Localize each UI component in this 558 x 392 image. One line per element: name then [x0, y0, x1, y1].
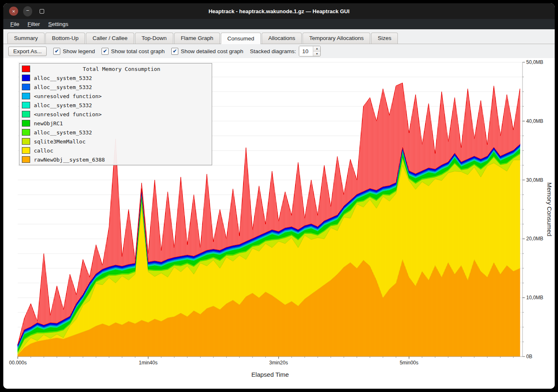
window-controls: × − [9, 6, 46, 16]
x-tick-label: 00.000s [9, 360, 27, 366]
legend-swatch [22, 75, 30, 81]
legend-label: alloc__system_5332 [34, 84, 92, 90]
close-icon[interactable]: × [9, 7, 18, 16]
x-tick-label: 1min40s [139, 360, 157, 366]
legend-label: rawNewObj__system_6388 [34, 157, 105, 163]
x-axis-title: Elapsed Time [251, 371, 289, 378]
legend-label: newObjRC1 [34, 120, 63, 127]
spin-up-icon[interactable]: ▲ [313, 46, 320, 51]
legend-label: alloc__system_5332 [34, 102, 92, 108]
show-legend-label: Show legend [63, 48, 95, 54]
show-detailed-cost-label: Show detailed cost graph [181, 48, 244, 54]
menu-file[interactable]: File [7, 20, 23, 28]
x-tick-label: 5min00s [400, 360, 418, 366]
legend-item: newObjRC1 [21, 119, 210, 128]
legend-swatch [22, 66, 30, 72]
title-bar[interactable]: × − Heaptrack - heaptrack.wakunode.1.gz … [3, 3, 555, 19]
menu-bar: File Filter Settings [3, 19, 555, 29]
y-tick-label: 0B [526, 354, 532, 359]
legend-swatch [22, 93, 30, 99]
tab-summary[interactable]: Summary [7, 33, 45, 44]
tab-bar: Summary Bottom-Up Caller / Callee Top-Do… [3, 29, 555, 44]
checkbox-icon[interactable]: ✔ [102, 48, 109, 55]
tab-flame-graph[interactable]: Flame Graph [174, 33, 220, 44]
chart-legend: Total Memory Consumptionalloc__system_53… [19, 63, 212, 165]
spin-down-icon[interactable]: ▼ [313, 51, 320, 56]
maximize-icon[interactable] [37, 7, 46, 16]
tab-temporary-allocations[interactable]: Temporary Allocations [303, 33, 370, 44]
minimize-icon[interactable]: − [23, 6, 32, 16]
legend-item: alloc__system_5332 [21, 82, 210, 92]
y-tick-label: 10,0MB [526, 295, 543, 300]
legend-item: alloc__system_5332 [21, 128, 210, 137]
legend-item: calloc [21, 146, 210, 155]
stacked-diagrams-input[interactable] [299, 46, 313, 56]
legend-label: calloc [34, 148, 53, 154]
legend-label: alloc__system_5332 [34, 75, 92, 81]
y-axis-title: Memory Consumed [546, 183, 553, 237]
legend-swatch [22, 156, 30, 163]
legend-item: <unresolved function> [21, 92, 210, 101]
stacked-diagrams-spinbox[interactable]: ▲ ▼ [299, 46, 321, 56]
tab-allocations[interactable]: Allocations [262, 33, 302, 44]
stacked-diagrams-label: Stacked diagrams: [250, 48, 296, 54]
legend-swatch [22, 120, 30, 127]
legend-item: rawNewObj__system_6388 [21, 155, 210, 164]
legend-title-row: Total Memory Consumption [21, 64, 210, 73]
toolbar: Export As... ✔ Show legend ✔ Show total … [3, 44, 555, 58]
window-title: Heaptrack - heaptrack.wakunode.1.gz — He… [3, 8, 555, 14]
tab-bottom-up[interactable]: Bottom-Up [45, 33, 85, 44]
tab-caller-callee[interactable]: Caller / Callee [86, 33, 134, 44]
y-tick-label: 40,0MB [526, 118, 543, 124]
legend-title: Total Memory Consumption [34, 66, 209, 72]
stacked-diagrams-control: Stacked diagrams: ▲ ▼ [250, 46, 321, 56]
show-legend-checkbox[interactable]: ✔ Show legend [53, 48, 95, 55]
checkbox-icon[interactable]: ✔ [53, 48, 60, 55]
legend-swatch [22, 138, 30, 145]
spinbox-arrows: ▲ ▼ [313, 46, 320, 56]
consumed-chart-area: 0B10,0MB20,0MB30,0MB40,0MB50,0MB00.000s1… [3, 58, 555, 389]
legend-item: sqlite3MemMalloc [21, 137, 210, 146]
app-window: × − Heaptrack - heaptrack.wakunode.1.gz … [3, 3, 555, 389]
y-tick-label: 50,0MB [526, 59, 543, 65]
y-tick-label: 30,0MB [526, 177, 543, 183]
menu-settings[interactable]: Settings [45, 20, 72, 28]
show-total-cost-checkbox[interactable]: ✔ Show total cost graph [102, 48, 165, 55]
show-detailed-cost-checkbox[interactable]: ✔ Show detailed cost graph [171, 48, 244, 55]
menu-filter[interactable]: Filter [24, 20, 44, 28]
x-tick-label: 3min20s [269, 360, 288, 366]
legend-swatch [22, 102, 30, 108]
show-total-cost-label: Show total cost graph [111, 48, 165, 54]
legend-label: <unresolved function> [34, 111, 102, 117]
checkbox-icon[interactable]: ✔ [171, 48, 178, 55]
legend-label: <unresolved function> [34, 93, 102, 99]
tab-top-down[interactable]: Top-Down [135, 33, 173, 44]
legend-label: alloc__system_5332 [34, 129, 92, 136]
legend-label: sqlite3MemMalloc [34, 138, 85, 145]
legend-item: alloc__system_5332 [21, 73, 210, 82]
export-as-button[interactable]: Export As... [8, 47, 47, 56]
legend-swatch [22, 84, 30, 90]
legend-item: alloc__system_5332 [21, 101, 210, 110]
legend-swatch [22, 147, 30, 154]
y-tick-label: 20,0MB [526, 236, 543, 242]
legend-swatch [22, 129, 30, 136]
legend-swatch [22, 111, 30, 117]
tab-sizes[interactable]: Sizes [371, 33, 398, 44]
legend-item: <unresolved function> [21, 110, 210, 119]
tab-consumed[interactable]: Consumed [221, 33, 261, 44]
